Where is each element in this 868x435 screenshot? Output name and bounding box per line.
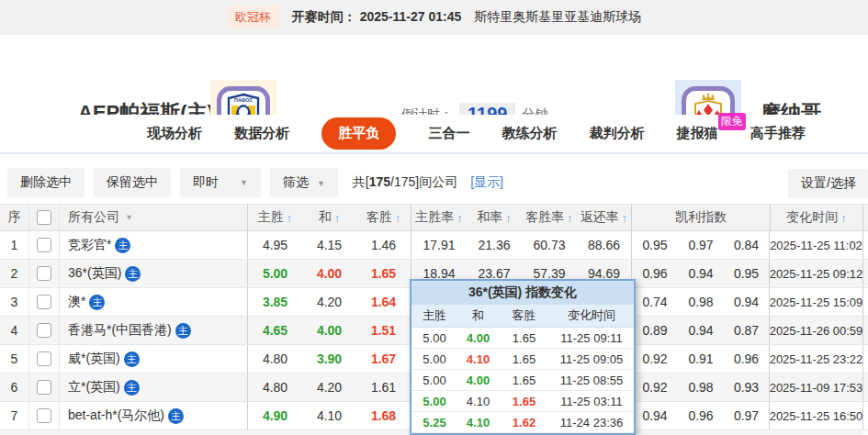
company-cell: 澳*主 xyxy=(60,288,248,316)
count-prefix: 共[ xyxy=(353,174,369,189)
odds-row-1[interactable]: 1竞彩官*主4.954.151.4617.9121.3660.7388.660.… xyxy=(0,231,868,260)
company-header[interactable]: 所有公司 ▼ xyxy=(60,205,248,230)
popup-home-odds: 5.00 xyxy=(411,331,457,345)
row-checkbox[interactable] xyxy=(37,351,51,366)
home-odds-header[interactable]: 主胜↑ xyxy=(248,205,302,230)
row-checkbox[interactable] xyxy=(37,238,51,252)
table-header-row: 序 所有公司 ▼ 主胜↑ 和↑ 客胜↑ 主胜率↑ 和率↑ 客胜率↑ 返还率↑ 凯… xyxy=(0,204,868,231)
popup-change-time: 11-25 03:11 xyxy=(549,395,634,408)
popup-row-4: 5.004.101.6511-25 03:11 xyxy=(411,391,634,412)
primary-company-icon[interactable]: 主 xyxy=(125,266,141,282)
odds-change-popup: 36*(英国) 指数变化 主胜 和 客胜 变化时间 5.004.001.6511… xyxy=(410,279,636,435)
kelly-2: 0.94 xyxy=(678,260,724,287)
kelly-2: 0.98 xyxy=(678,288,724,316)
kelly-2: 0.98 xyxy=(678,374,724,401)
away-odds-header[interactable]: 客胜↑ xyxy=(356,205,411,230)
company-name[interactable]: 立*(英国) xyxy=(68,379,120,396)
change-time: 2025-11-25 09:12 xyxy=(770,260,863,287)
kelly-1: 0.92 xyxy=(632,374,678,401)
sort-asc-icon: ↑ xyxy=(395,211,401,225)
company-name[interactable]: 威*(英国) xyxy=(68,351,120,367)
row-checkbox-cell xyxy=(29,402,60,429)
home-odds: 5.00 xyxy=(248,260,302,287)
kickoff-datetime: 2025-11-27 01:45 xyxy=(360,9,462,24)
row-number: 5 xyxy=(0,345,29,373)
primary-company-icon[interactable]: 主 xyxy=(124,351,140,367)
draw-rate-header[interactable]: 和率↑ xyxy=(467,205,522,230)
row-checkbox[interactable] xyxy=(37,380,51,395)
company-name[interactable]: 36*(英国) xyxy=(68,265,121,282)
popup-draw-odds: 4.10 xyxy=(457,416,499,429)
home-odds: 4.90 xyxy=(248,402,302,429)
company-cell: 立*(英国)主 xyxy=(60,374,248,401)
match-header: AEP帕福斯(主) ΠΑΦΟΣ 倒计时： 1199 分钟 xyxy=(0,35,868,115)
select-all-header xyxy=(29,205,60,230)
home-rate-header[interactable]: 主胜率↑ xyxy=(411,205,467,230)
away-rate: 60.73 xyxy=(522,231,577,259)
primary-company-icon[interactable]: 主 xyxy=(89,295,105,310)
company-name[interactable]: 香港马*(中国香港) xyxy=(68,322,172,339)
kelly-1: 0.95 xyxy=(632,231,678,259)
keep-selected-button[interactable]: 保留选中 xyxy=(94,168,171,197)
primary-company-icon[interactable]: 主 xyxy=(168,408,184,424)
tab-4[interactable]: 三合一 xyxy=(428,125,469,142)
company-name[interactable]: 竞彩官* xyxy=(68,237,111,253)
tab-8[interactable]: 高手推荐 xyxy=(750,125,806,142)
draw-odds-header[interactable]: 和↑ xyxy=(302,205,356,230)
count-rest: /175]间公司 xyxy=(390,174,457,189)
popup-home-odds: 5.25 xyxy=(411,416,457,429)
popup-away-odds: 1.65 xyxy=(499,374,549,387)
time-mode-dropdown[interactable]: 即时 ▼ xyxy=(180,168,261,197)
sort-asc-icon: ↑ xyxy=(505,211,512,225)
show-link[interactable]: [显示] xyxy=(470,174,503,191)
return-rate-header[interactable]: 返还率↑ xyxy=(577,205,632,230)
kelly-2: 0.96 xyxy=(678,402,724,429)
row-checkbox[interactable] xyxy=(37,266,51,281)
popup-body: 5.004.001.6511-25 09:115.004.101.6511-25… xyxy=(411,328,634,433)
sort-asc-icon: ↑ xyxy=(457,211,463,225)
count-shown: 175 xyxy=(369,174,390,189)
home-odds: 3.85 xyxy=(248,288,302,316)
row-checkbox[interactable] xyxy=(37,295,51,309)
company-name[interactable]: bet-at-h*(马尔他) xyxy=(68,407,164,424)
delete-selected-button[interactable]: 删除选中 xyxy=(7,168,85,197)
row-checkbox[interactable] xyxy=(37,408,51,423)
change-time-header[interactable]: 变化时间↑ xyxy=(770,205,863,230)
tab-3[interactable]: 胜平负 xyxy=(321,117,396,150)
primary-company-icon[interactable]: 主 xyxy=(124,380,140,396)
home-odds: 4.95 xyxy=(248,231,302,259)
change-time: 2025-11-25 11:02 xyxy=(770,231,863,259)
kelly-3: 0.84 xyxy=(724,231,770,259)
company-cell: 香港马*(中国香港)主 xyxy=(60,317,248,344)
tab-7[interactable]: 捷报猫限免 xyxy=(677,125,718,142)
away-rate-header[interactable]: 客胜率↑ xyxy=(522,205,577,230)
kelly-3: 0.95 xyxy=(724,260,770,287)
company-header-label: 所有公司 xyxy=(68,209,119,226)
sort-asc-icon: ↑ xyxy=(287,211,293,225)
row-checkbox[interactable] xyxy=(37,323,51,338)
popup-row-5: 5.254.101.6211-24 23:36 xyxy=(411,412,634,433)
tab-2[interactable]: 数据分析 xyxy=(234,125,289,142)
change-time: 2025-11-25 23:22 xyxy=(770,345,863,373)
tab-6[interactable]: 裁判分析 xyxy=(590,125,645,142)
kelly-1: 0.89 xyxy=(632,317,678,344)
tab-5[interactable]: 教练分析 xyxy=(502,125,558,142)
company-count: 共[175/175]间公司 xyxy=(353,174,457,191)
popup-row-3: 5.004.001.6511-25 08:55 xyxy=(411,370,634,391)
primary-company-icon[interactable]: 主 xyxy=(115,238,130,253)
kelly-2: 0.91 xyxy=(678,345,724,373)
seq-header: 序 xyxy=(0,205,29,230)
company-name[interactable]: 澳* xyxy=(68,294,85,310)
settings-button[interactable]: 设置/选择 xyxy=(788,169,868,198)
return-rate: 88.66 xyxy=(577,231,632,259)
row-number: 2 xyxy=(0,260,29,287)
kelly-3: 0.87 xyxy=(724,317,770,344)
company-cell: 威*(英国)主 xyxy=(60,345,248,373)
popup-away-odds: 1.65 xyxy=(499,352,549,366)
change-time: 2025-11-25 16:50 xyxy=(770,402,863,429)
primary-company-icon[interactable]: 主 xyxy=(175,323,191,339)
away-odds: 1.51 xyxy=(356,317,411,344)
tab-1[interactable]: 现场分析 xyxy=(147,125,202,142)
select-all-checkbox[interactable] xyxy=(37,210,51,225)
filter-dropdown[interactable]: 筛选 ▼ xyxy=(270,168,338,197)
